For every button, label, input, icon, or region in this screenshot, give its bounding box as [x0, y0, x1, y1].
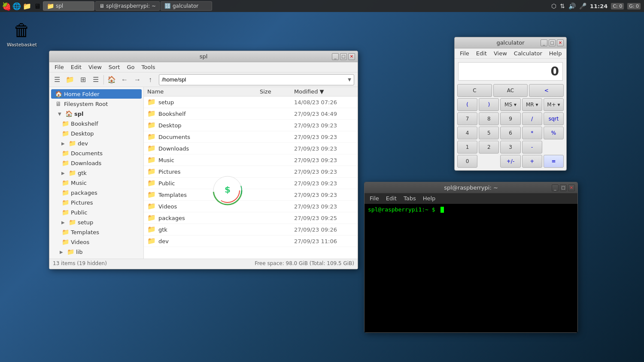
col-header-name[interactable]: Name [147, 88, 260, 95]
list-view-button[interactable]: ☰ [90, 74, 102, 86]
calc-btn-mul[interactable]: * [522, 127, 542, 139]
calc-btn-1[interactable]: 1 [457, 141, 477, 154]
calc-btn-6[interactable]: 6 [500, 127, 520, 139]
terminal-menu-help[interactable]: Help [419, 194, 439, 202]
sidebar-item-music-tree[interactable]: 📁 Music [58, 178, 142, 187]
sidebar-item-pictures-tree[interactable]: 📁 Pictures [58, 198, 142, 207]
sidebar-item-desktop-tree[interactable]: 📁 Desktop [58, 129, 142, 138]
terminal-maximize[interactable]: □ [560, 184, 567, 191]
table-row[interactable]: 📁 Videos 27/09/23 09:23 [144, 201, 358, 212]
calc-btn-ms[interactable]: MS ▾ [500, 98, 520, 111]
calc-menu-view[interactable]: View [490, 49, 510, 57]
sidebar-item-lib[interactable]: ▶ 📁 lib [51, 247, 142, 256]
terminal-menu-tabs[interactable]: Tabs [400, 194, 419, 202]
sidebar-item-videos-tree[interactable]: 📁 Videos [58, 237, 142, 247]
table-row[interactable]: 📁 gtk 27/09/23 09:26 [144, 224, 358, 235]
table-row[interactable]: 📁 packages 27/09/23 09:25 [144, 212, 358, 224]
calc-btn-sqrt[interactable]: sqrt [544, 112, 564, 125]
terminal-icon[interactable]: 🖥 [33, 1, 42, 11]
calc-btn-rparen[interactable]: ) [479, 98, 499, 111]
sidebar-item-gtk[interactable]: ▶ 📁 gtk [58, 168, 142, 178]
calc-menu-file[interactable]: File [456, 49, 473, 57]
calc-maximize[interactable]: □ [549, 39, 556, 46]
calc-btn-equals[interactable]: = [544, 155, 564, 168]
terminal-menu-edit[interactable]: Edit [383, 194, 400, 202]
home-button[interactable]: 🏠 [106, 74, 118, 86]
table-row[interactable]: 📁 Downloads 27/09/23 09:23 [144, 143, 358, 154]
calc-btn-plus[interactable]: + [522, 155, 542, 168]
calc-btn-backspace[interactable]: < [529, 84, 564, 97]
icon-view-button[interactable]: ⊞ [77, 74, 89, 86]
calc-menu-edit[interactable]: Edit [473, 49, 490, 57]
calc-btn-9[interactable]: 9 [500, 112, 520, 125]
table-row[interactable]: 📁 dev 27/09/23 11:06 [144, 235, 358, 247]
sidebar-item-home[interactable]: 🏠 Home Folder [51, 89, 142, 99]
menu-tools[interactable]: Tools [138, 63, 159, 71]
close-button[interactable]: ✕ [348, 53, 355, 60]
sidebar-item-packages[interactable]: 📁 packages [58, 188, 142, 197]
table-row[interactable]: 📁 setup 14/08/23 07:26 [144, 97, 358, 108]
sidebar-item-bookshelf[interactable]: 📁 Bookshelf [58, 119, 142, 128]
up-button[interactable]: ↑ [144, 74, 156, 86]
open-parent-button[interactable]: 📁 [64, 74, 76, 86]
calc-menu-help[interactable]: Help [546, 49, 565, 57]
menu-edit[interactable]: Edit [67, 63, 85, 71]
terminal-close[interactable]: ✕ [568, 184, 575, 191]
terminal-body[interactable]: spl@raspberrypi1:~ $ [365, 204, 577, 332]
calc-menu-calculator[interactable]: Calculator [510, 49, 546, 57]
back-button[interactable]: ← [118, 74, 131, 86]
terminal-minimize[interactable]: _ [552, 184, 559, 191]
calc-btn-4[interactable]: 4 [457, 127, 477, 139]
sidebar-item-dev[interactable]: ▶ 📁 dev [58, 139, 142, 148]
calc-btn-8[interactable]: 8 [479, 112, 499, 125]
sidebar-item-setup[interactable]: ▶ 📁 setup [58, 217, 142, 227]
calc-btn-ac[interactable]: AC [493, 84, 528, 97]
calc-btn-0[interactable]: 0 [457, 155, 477, 168]
wastebasket-icon[interactable]: 🗑 Wastebasket [7, 18, 37, 49]
calc-btn-mplus[interactable]: M+ ▾ [544, 98, 564, 111]
address-dropdown-icon[interactable]: ▼ [348, 77, 351, 82]
menu-file[interactable]: File [51, 63, 67, 71]
table-row[interactable]: 📁 Public 27/09/23 09:23 [144, 178, 358, 189]
table-row[interactable]: 📁 Music 27/09/23 09:23 [144, 154, 358, 166]
calc-btn-3[interactable]: 3 [500, 141, 520, 154]
calc-btn-c[interactable]: C [457, 84, 492, 97]
sidebar-item-documents-tree[interactable]: 📁 Documents [58, 148, 142, 158]
table-row[interactable]: 📁 Desktop 27/09/23 09:23 [144, 120, 358, 131]
table-row[interactable]: 📁 Bookshelf 27/09/23 04:49 [144, 108, 358, 120]
table-row[interactable]: 📁 Documents 27/09/23 09:23 [144, 131, 358, 143]
calc-btn-lparen[interactable]: ( [457, 98, 477, 111]
minimize-button[interactable]: _ [332, 53, 339, 60]
menu-go[interactable]: Go [123, 63, 138, 71]
sidebar-item-downloads-tree[interactable]: 📁 Downloads [58, 158, 142, 168]
calc-btn-7[interactable]: 7 [457, 112, 477, 125]
calc-btn-mr[interactable]: MR ▾ [522, 98, 542, 111]
terminal-menu-file[interactable]: File [366, 194, 383, 202]
table-row[interactable]: 📁 Templates 27/09/23 09:23 [144, 189, 358, 201]
calc-btn-percent[interactable]: % [544, 127, 564, 139]
menu-sort[interactable]: Sort [105, 63, 124, 71]
calc-minimize[interactable]: _ [541, 39, 547, 46]
browser-icon[interactable]: 🌐 [12, 1, 21, 11]
taskbar-window-terminal[interactable]: 🖥 spl@raspberrypi: ~ [95, 1, 160, 11]
calc-btn-5[interactable]: 5 [479, 127, 499, 139]
sidebar-item-templates-tree[interactable]: 📁 Templates [58, 227, 142, 237]
calc-btn-div[interactable]: / [522, 112, 542, 125]
calc-btn-minus[interactable]: - [522, 141, 542, 154]
col-header-modified[interactable]: Modified ▼ [294, 88, 354, 95]
calc-btn-2[interactable]: 2 [479, 141, 499, 154]
calc-btn-negate[interactable]: +/- [500, 155, 520, 168]
table-row[interactable]: 📁 Pictures 27/09/23 09:23 [144, 166, 358, 178]
raspberry-menu-icon[interactable]: 🍓 [2, 1, 11, 11]
sidebar-item-filesystem[interactable]: 🖥 Filesystem Root [51, 99, 142, 109]
menu-view[interactable]: View [85, 63, 105, 71]
sidebar-item-spl[interactable]: ▼ 🏠 spl [51, 109, 142, 118]
sidebar-item-public-tree[interactable]: 📁 Public [58, 208, 142, 217]
forward-button[interactable]: → [131, 74, 143, 86]
col-header-size[interactable]: Size [260, 88, 294, 95]
show-sidebar-button[interactable]: ☰ [51, 74, 63, 86]
maximize-button[interactable]: □ [340, 53, 347, 60]
address-input[interactable] [162, 76, 348, 83]
calc-close[interactable]: ✕ [557, 39, 564, 46]
address-bar[interactable]: ▼ [159, 74, 354, 85]
